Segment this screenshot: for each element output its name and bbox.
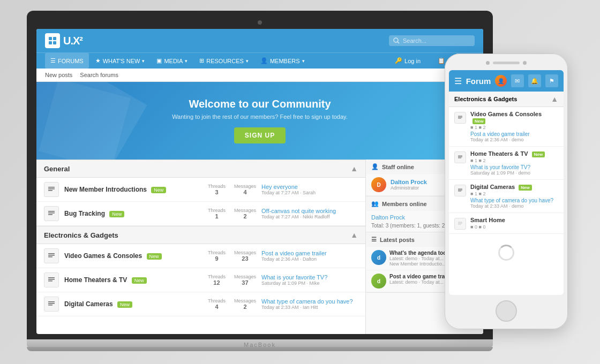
laptop-base [27, 339, 493, 347]
forum-row-bugtracking: Bug Tracking New Threads1 Messages2 Off-… [36, 202, 365, 226]
phone-sensor-dot [523, 61, 527, 65]
search-icon [393, 37, 400, 44]
login-button[interactable]: 🔑 Log in [389, 53, 426, 69]
members-online-icon: 👥 [371, 200, 379, 207]
key-icon: 🔑 [395, 57, 402, 64]
hamburger-icon[interactable]: ☰ [454, 76, 462, 86]
phone-loading [449, 234, 564, 271]
phone-forum-name-sh[interactable]: Smart Home [470, 217, 558, 223]
electronics-collapse-icon[interactable]: ▲ [350, 231, 358, 239]
svg-rect-15 [48, 277, 55, 278]
forum-name-hometheater[interactable]: Home Theaters & TV New [64, 276, 202, 284]
phone-home-button[interactable] [496, 300, 517, 322]
sub-bar-links: New posts Search forums [45, 72, 118, 78]
nav-resources[interactable]: ⊞ RESOURCES ▾ [194, 53, 254, 69]
search-bar[interactable] [389, 35, 475, 46]
nav-media[interactable]: ▣ MEDIA ▾ [151, 53, 193, 69]
svg-rect-14 [48, 256, 52, 257]
menu-bar: ☰ FORUMS ★ WHAT'S NEW ▾ ▣ MEDIA ▾ [36, 52, 483, 69]
sub-bar: New posts Search forums SIDEBAR › [36, 69, 483, 82]
phone-outer: ☰ Forum 👤 ✉ 🔔 ⚑ Electronics & Gadgets ▲ [445, 54, 568, 329]
hero-banner: Welcome to our Community Wanting to join… [36, 82, 483, 160]
phone-forum-latest-vg[interactable]: Post a video game trailer [470, 131, 558, 137]
svg-rect-1 [53, 37, 56, 40]
phone-forum-name-cam[interactable]: Digital Cameras New [470, 184, 558, 190]
forum-name-videogames[interactable]: Video Games & Consoles New [64, 252, 202, 260]
svg-rect-2 [49, 41, 52, 44]
general-collapse-icon[interactable]: ▲ [350, 164, 358, 173]
hero-subtitle: Wanting to join the rest of our members?… [47, 113, 472, 120]
logo-area: U.X² [45, 33, 82, 48]
phone-forum-name-ht[interactable]: Home Theaters & TV New [470, 150, 558, 157]
phone-forum-meta-cam: Today at 2:33 AM · demo [470, 203, 558, 209]
phone-forum-stats-cam: ■ 1 ■ 2 [470, 191, 558, 196]
forum-latest-introductions: Hey everyone Today at 7:27 AM · Sarah [261, 184, 358, 195]
avatar-icon[interactable]: 👤 [495, 75, 507, 87]
forum-name-cameras[interactable]: Digital Cameras New [64, 300, 202, 308]
electronics-section-header: Electronics & Gadgets ▲ [36, 226, 365, 244]
register-icon: 📋 [438, 57, 445, 64]
forums-icon: ☰ [50, 57, 56, 64]
latest-posts-icon: ☰ [371, 236, 377, 243]
search-forums-link[interactable]: Search forums [80, 72, 118, 78]
forum-stats-cameras: Threads4 Messages2 [208, 298, 256, 310]
phone-nav-icons: 👤 ✉ 🔔 ⚑ [495, 74, 558, 87]
phone: ☰ Forum 👤 ✉ 🔔 ⚑ Electronics & Gadgets ▲ [445, 54, 568, 329]
bell-icon[interactable]: 🔔 [528, 74, 541, 87]
phone-forum-cameras: Digital Cameras New ■ 1 ■ 2 What type of… [449, 180, 564, 213]
phone-forum-smarthome: Smart Home ■ 0 ■ 0 [449, 213, 564, 234]
forum-icon-cameras [44, 297, 59, 312]
main-content: General ▲ New Member Introductions New [36, 160, 483, 334]
logo-text: U.X² [63, 35, 82, 47]
phone-forum-stats-sh: ■ 0 ■ 0 [470, 224, 558, 230]
nav-forums[interactable]: ☰ FORUMS [45, 53, 89, 69]
phone-section-title: Electronics & Gadgets [454, 96, 517, 102]
flag-icon[interactable]: ⚑ [545, 74, 558, 87]
phone-forum-latest-cam[interactable]: What type of camera do you have? [470, 198, 558, 203]
badge-new: New [151, 187, 166, 193]
forums-area: General ▲ New Member Introductions New [36, 160, 365, 334]
forum-row-introductions: New Member Introductions New Threads3 Me… [36, 178, 365, 202]
forum-icon-bugtracking [44, 206, 59, 221]
svg-rect-22 [458, 117, 462, 118]
svg-rect-16 [48, 279, 55, 280]
mail-icon[interactable]: ✉ [511, 74, 524, 87]
badge-new-ht: New [132, 277, 147, 284]
svg-rect-11 [48, 214, 52, 215]
star-icon: ★ [95, 57, 101, 64]
staff-icon: 👤 [371, 163, 379, 170]
phone-section-collapse[interactable]: ▲ [551, 95, 558, 103]
phone-forum-videogames: Video Games & Consoles New ■ 1 ■ 2 Post … [449, 107, 564, 147]
forum-latest-videogames: Post a video game trailer Today at 2:36 … [261, 250, 358, 262]
forum-name-introductions[interactable]: New Member Introductions New [64, 186, 202, 193]
forum-name-bugtracking[interactable]: Bug Tracking New [64, 210, 202, 217]
avatar-post1: d [371, 250, 386, 265]
nav-members[interactable]: 👤 MEMBERS ▾ [255, 53, 310, 69]
svg-rect-10 [48, 213, 55, 214]
search-input[interactable] [403, 37, 467, 44]
svg-rect-12 [48, 253, 55, 254]
svg-rect-18 [48, 301, 55, 302]
forum-icon-introductions [44, 182, 59, 197]
forum-stats-hometheater: Threads12 Messages37 [208, 274, 256, 286]
svg-rect-6 [48, 187, 55, 188]
phone-forum-name-vg[interactable]: Video Games & Consoles New [470, 111, 558, 124]
svg-rect-8 [48, 190, 52, 191]
phone-forum-meta-ht: Saturday at 1:09 PM · demo [470, 170, 558, 176]
phone-forum-hometheater: Home Theaters & TV New ■ 1 ■ 2 What is y… [449, 147, 564, 180]
phone-forum-icon-vg [454, 112, 466, 124]
phone-forum-latest-ht[interactable]: What is your favorite TV? [470, 164, 558, 170]
svg-rect-30 [458, 222, 462, 223]
svg-rect-9 [48, 211, 55, 212]
laptop-screen-outer: U.X² ☰ [27, 11, 493, 339]
svg-rect-24 [458, 156, 462, 156]
svg-rect-0 [49, 37, 52, 40]
new-posts-link[interactable]: New posts [45, 72, 72, 78]
svg-rect-31 [458, 223, 462, 224]
badge-new-vg: New [147, 253, 162, 260]
signup-button[interactable]: SIGN UP [234, 127, 286, 143]
phone-forum-icon-cam [454, 185, 466, 196]
forum-latest-cameras: What type of camera do you have? Today a… [261, 298, 358, 310]
svg-rect-28 [458, 190, 462, 191]
nav-whats-new[interactable]: ★ WHAT'S NEW ▾ [90, 53, 151, 69]
